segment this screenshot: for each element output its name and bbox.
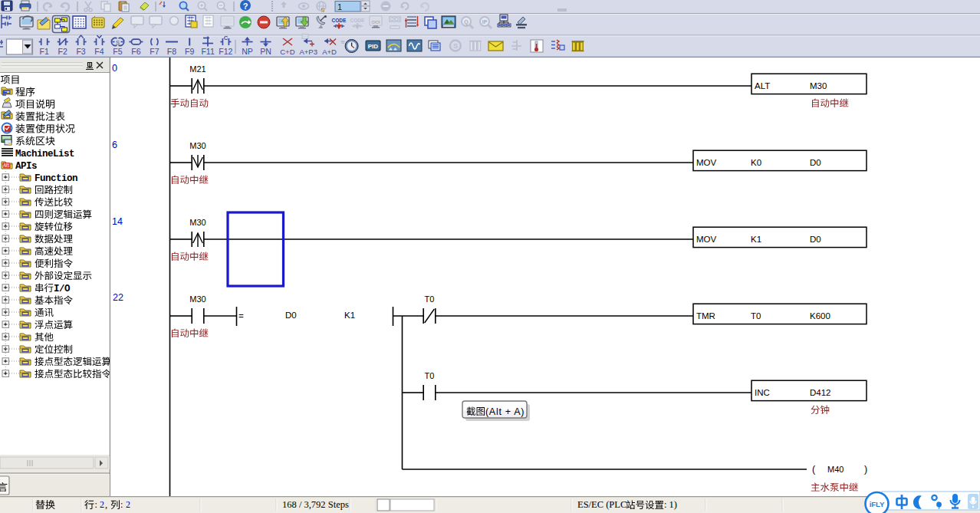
svg-text:(Alt + A): (Alt + A) [485,406,525,417]
svg-text:MOV: MOV [696,158,717,167]
svg-text:F9: F9 [185,47,194,56]
svg-text:F4: F4 [94,47,104,56]
svg-text:22: 22 [113,292,123,303]
svg-text:T0: T0 [751,311,761,321]
svg-text:I/O: I/O [54,284,71,294]
svg-text:2: 2 [100,499,104,510]
svg-text:Function: Function [35,173,77,184]
svg-text:F7: F7 [150,47,159,56]
svg-text:ES/EC (PLC: ES/EC (PLC [577,499,626,510]
svg-text:ALT: ALT [755,81,770,90]
svg-text:F6: F6 [131,47,140,56]
svg-text:K1: K1 [344,311,355,320]
svg-text:M40: M40 [827,465,844,474]
svg-text:TMR: TMR [696,311,715,321]
svg-text:F3: F3 [76,47,85,56]
svg-text:=: = [238,311,244,321]
svg-text:K600: K600 [810,311,830,321]
svg-text:CODE: CODE [350,18,365,23]
svg-text:M30: M30 [189,141,206,150]
svg-text:F2: F2 [58,47,67,56]
svg-text:F5: F5 [113,47,122,56]
svg-text:A+D: A+D [322,48,337,56]
svg-text:1: 1 [337,2,342,12]
svg-text:14: 14 [112,216,123,227]
svg-text:INC: INC [755,388,770,397]
svg-text:iFLY: iFLY [870,500,885,508]
svg-text:OIOI: OIOI [390,17,400,21]
svg-text:M21: M21 [189,64,206,74]
svg-text:Q: Q [464,19,469,25]
svg-text:C: C [224,35,229,41]
svg-text:F11: F11 [201,47,214,56]
svg-text:D0: D0 [810,158,821,167]
svg-text:NP: NP [242,47,253,56]
svg-text:,: , [105,499,107,510]
svg-text:F8: F8 [167,47,176,56]
svg-text:168 / 3,792 Steps: 168 / 3,792 Steps [282,499,349,510]
svg-text:K1: K1 [751,235,761,244]
svg-text:MOV: MOV [696,235,717,244]
svg-text:F12: F12 [219,47,232,56]
svg-text:M30: M30 [189,294,206,304]
svg-text:0: 0 [112,63,117,74]
svg-text:OIOI: OIOI [371,20,380,25]
svg-text:S: S [453,42,458,50]
svg-text:C+D: C+D [280,48,294,56]
svg-text:IP: IP [482,19,488,25]
svg-text:T0: T0 [425,371,435,380]
svg-text:D0: D0 [285,311,297,320]
svg-text:MachineList: MachineList [15,149,74,159]
svg-text:PID: PID [368,43,379,50]
svg-text:2: 2 [126,499,130,510]
svg-text:D0: D0 [810,235,821,244]
svg-text:D412: D412 [810,388,831,397]
svg-text:?: ? [243,2,248,11]
svg-text:): ) [864,464,867,475]
svg-text::: : [95,499,97,510]
svg-text:: 1): : 1) [664,499,677,510]
svg-text:S: S [116,39,120,46]
svg-text:F1: F1 [40,47,49,56]
svg-text:6: 6 [112,140,117,150]
svg-text:CODE: CODE [332,18,347,23]
svg-text:API: API [3,163,9,167]
svg-text:PN: PN [260,47,271,56]
svg-text:APIs: APIs [15,161,37,172]
svg-text:M30: M30 [189,218,206,227]
svg-text:A+P3: A+P3 [299,48,317,56]
svg-text:M30: M30 [810,81,827,90]
svg-text:K0: K0 [751,158,761,167]
svg-text::: : [120,499,123,510]
svg-text:T0: T0 [425,294,435,304]
